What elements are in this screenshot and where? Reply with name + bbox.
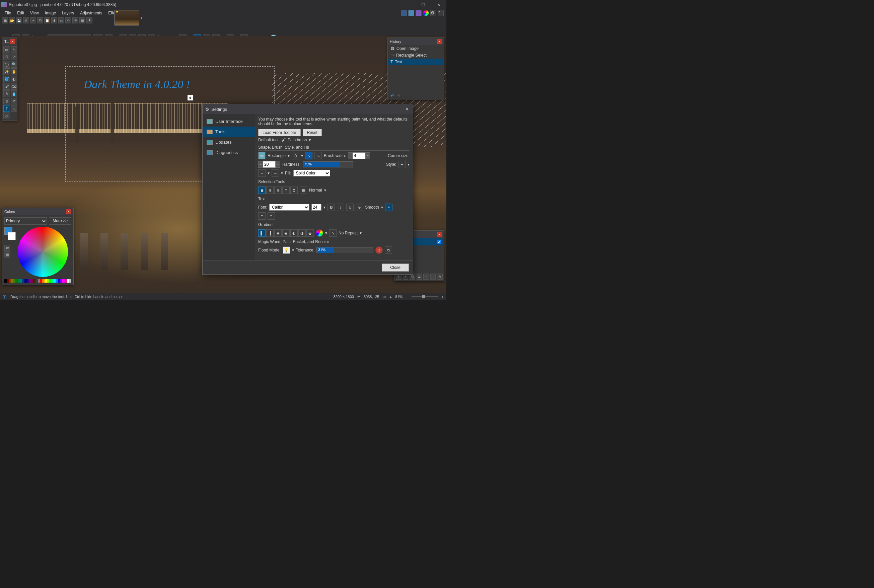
open-icon[interactable]: 📂 (9, 17, 15, 24)
save-icon[interactable]: 💾 (16, 17, 22, 24)
tool-lasso[interactable]: ʘ (3, 54, 10, 60)
layer-merge-icon[interactable]: ⇊ (417, 274, 422, 280)
history-item[interactable]: 🖼Open Image (388, 45, 444, 52)
new-icon[interactable]: ▦ (2, 17, 8, 24)
text-align-right-icon[interactable]: ≡ (268, 212, 275, 220)
brush-width-inc[interactable]: + (365, 152, 370, 159)
palette-swatch[interactable] (49, 279, 51, 283)
line-arrow-icon[interactable]: ↘ (315, 152, 322, 159)
tool-move[interactable]: ↗ (11, 54, 17, 60)
palette-swatch[interactable] (36, 279, 38, 283)
menu-adjustments[interactable]: Adjustments (77, 10, 105, 16)
grad-channel-icon[interactable]: ↘ (329, 230, 337, 237)
palette-swatch[interactable] (20, 279, 22, 283)
redo-icon[interactable]: ↷ (72, 17, 78, 24)
palette-swatch[interactable] (40, 279, 42, 283)
tool-pan[interactable]: ✋ (11, 68, 17, 75)
palette-swatch[interactable] (62, 279, 64, 283)
shape-select[interactable]: Rectangle (268, 153, 286, 158)
menu-view[interactable]: View (27, 10, 42, 16)
palette-swatch[interactable] (51, 279, 54, 283)
layer-sampling-icon[interactable]: ⧉ (385, 246, 392, 254)
ruler-icon[interactable]: ┗ (86, 17, 92, 24)
palette-swatch[interactable] (4, 279, 7, 283)
zoom-value[interactable]: 81% (395, 295, 403, 299)
colors-window-icon[interactable] (423, 10, 429, 16)
tool-recolor[interactable]: ↺ (11, 98, 17, 105)
menu-image[interactable]: Image (42, 10, 58, 16)
palette-swatch[interactable] (7, 279, 9, 283)
tool-zoom[interactable]: 🔍 (11, 61, 17, 68)
brush-width-dec[interactable]: – (348, 152, 352, 159)
grad-spiral-ccw-icon[interactable]: ◒ (306, 230, 314, 237)
grad-linear-icon[interactable]: ▌ (258, 230, 265, 237)
text-bold-icon[interactable]: B (327, 204, 335, 211)
sel-mode-icon[interactable]: ▦ (300, 186, 307, 194)
layer-down-icon[interactable]: ↓ (430, 274, 436, 280)
zoom-out-icon[interactable]: − (406, 295, 408, 299)
palette-swatch[interactable] (60, 279, 63, 283)
tool-clone[interactable]: ⊕ (3, 98, 10, 105)
text-size-input[interactable] (312, 204, 321, 211)
radius-dec[interactable]: – (258, 161, 263, 168)
line-curve-icon[interactable]: ∿ (305, 152, 312, 159)
colors-more-button[interactable]: More >> (49, 218, 71, 225)
palette-row[interactable] (4, 279, 71, 283)
palette-swatch[interactable] (31, 279, 33, 283)
text-layer[interactable]: Dark Theme in 4.0.20 ! (84, 78, 190, 91)
history-redo-icon[interactable]: ↷ (397, 93, 400, 99)
tool-picker[interactable]: 💧 (11, 90, 17, 97)
colors-close[interactable]: × (66, 209, 71, 214)
history-window-icon[interactable] (408, 10, 414, 16)
paste-icon[interactable]: 📋 (44, 17, 50, 24)
palette-swatch[interactable] (15, 279, 18, 283)
text-align-left-icon[interactable]: ≡ (385, 204, 393, 211)
history-close[interactable]: × (437, 39, 442, 44)
tolerance-slider[interactable]: 31% (316, 247, 373, 253)
settings-close-btn[interactable]: Close (382, 264, 409, 272)
grad-conical-icon[interactable]: ◐ (290, 230, 298, 237)
layers-close[interactable]: × (437, 232, 442, 237)
units[interactable]: px (382, 295, 387, 299)
text-font-select[interactable]: Calibri (269, 204, 309, 211)
palette-swatch[interactable] (9, 279, 11, 283)
color-wheel[interactable] (18, 227, 68, 277)
print-icon[interactable]: ⎙ (23, 17, 29, 24)
tool-eraser[interactable]: ⌫ (11, 83, 17, 90)
palette-swatch[interactable] (69, 279, 71, 283)
layer-up-icon[interactable]: ↑ (423, 274, 429, 280)
tool-ellipse-sel[interactable]: ◯ (3, 61, 10, 68)
menu-layers[interactable]: Layers (59, 10, 77, 16)
palette-swatch[interactable] (47, 279, 49, 283)
text-underline-icon[interactable]: U (346, 204, 354, 211)
text-strike-icon[interactable]: S̶ (355, 204, 363, 211)
undo-icon[interactable]: ↶ (65, 17, 71, 24)
reset-button[interactable]: Reset (303, 129, 322, 136)
settings-tab-diagnostics[interactable]: Diagnostics (202, 147, 255, 158)
palette-swatch[interactable] (24, 279, 27, 283)
fill-select[interactable]: Solid Color (293, 170, 330, 177)
close-button[interactable]: ✕ (431, 0, 447, 9)
menu-file[interactable]: File (2, 10, 14, 16)
zoom-slider[interactable] (412, 296, 438, 297)
tool-wand[interactable]: ✨ (3, 68, 10, 75)
maximize-button[interactable]: ☐ (415, 0, 431, 9)
palette-swatch[interactable] (67, 279, 69, 283)
history-item[interactable]: ▭Rectangle Select (388, 52, 444, 58)
history-undo-icon[interactable]: ↶ (390, 93, 394, 99)
shape-style-icon[interactable]: ⬡ (292, 152, 299, 159)
hardness-slider[interactable]: 75% (303, 161, 353, 167)
settings-tab-updates[interactable]: Updates (202, 137, 255, 147)
palette-swatch[interactable] (33, 279, 36, 283)
tool-text[interactable]: T (3, 105, 10, 112)
load-from-toolbar-button[interactable]: Load From Toolbar (258, 129, 301, 136)
palette-swatch[interactable] (64, 279, 67, 283)
settings-icon[interactable]: ⚙ (430, 10, 436, 16)
flood-mode-icon[interactable]: 💡 (283, 246, 290, 254)
layers-window-icon[interactable] (415, 10, 421, 16)
palette-swatch[interactable] (38, 279, 40, 283)
palette-swatch[interactable] (18, 279, 20, 283)
tool-move-sel[interactable]: ↖ (11, 46, 17, 53)
grad-repeat[interactable]: No Repeat (339, 231, 358, 236)
crop-icon[interactable]: ⧯ (51, 17, 57, 24)
